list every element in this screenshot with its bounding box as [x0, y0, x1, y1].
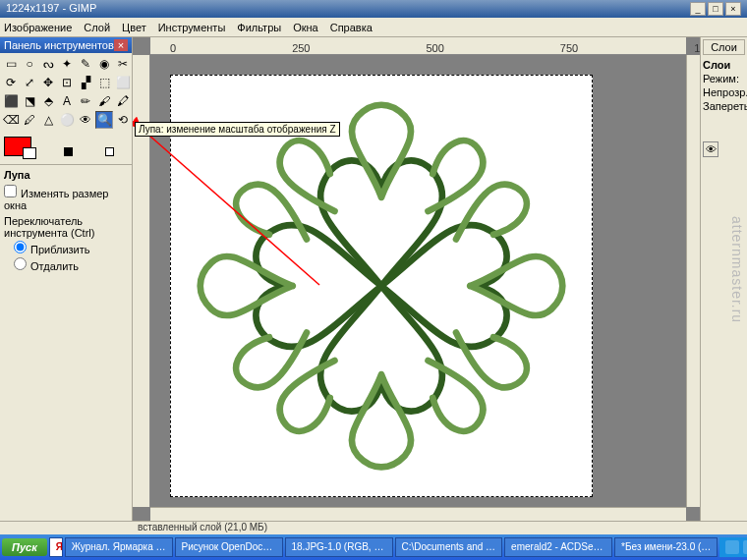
- menu-windows[interactable]: Окна: [293, 22, 318, 33]
- tool-switch-label: Переключатель инструмента (Ctrl): [4, 215, 128, 239]
- lock-label: Запереть:: [703, 100, 745, 112]
- close-button[interactable]: ×: [725, 2, 741, 16]
- taskbar-item-1[interactable]: Рисунок OpenDocu…: [175, 537, 283, 557]
- tool-15[interactable]: ⬔: [21, 92, 38, 110]
- menu-image[interactable]: Изображение: [4, 22, 72, 33]
- scrollbar-horizontal[interactable]: [150, 507, 686, 521]
- tool-20[interactable]: 🖍: [114, 92, 132, 110]
- mini-swatch-black[interactable]: [64, 147, 73, 156]
- tool-21[interactable]: ⌫: [2, 111, 20, 129]
- tool-6[interactable]: ✂: [114, 55, 132, 73]
- tool-options: Лупа Изменять размер окна Переключатель …: [0, 164, 132, 278]
- tool-grid: ▭○ᔓ✦✎◉✂⟳⤢✥⊡▞⬚⬜⬛⬔⬘A✏🖌🖍⌫🖊△⚪👁🔍⟲: [0, 53, 132, 131]
- maximize-button[interactable]: □: [708, 2, 723, 16]
- ornament-image: [195, 99, 568, 473]
- tool-3[interactable]: ✦: [58, 55, 76, 73]
- status-bar: вставленный слой (21,0 МБ): [0, 521, 747, 534]
- tool-13[interactable]: ⬜: [114, 74, 132, 91]
- tool-24[interactable]: ⚪: [58, 111, 76, 129]
- tool-19[interactable]: 🖌: [95, 92, 113, 110]
- tool-17[interactable]: A: [58, 92, 76, 110]
- taskbar-items: Журнал. Ярмарка …Рисунок OpenDocu…18.JPG…: [65, 537, 718, 557]
- tray-icon[interactable]: [725, 540, 739, 554]
- background-color[interactable]: [23, 147, 36, 159]
- app-title: 1224x1197 - GIMP: [6, 2, 96, 16]
- tool-12[interactable]: ⬚: [95, 74, 113, 91]
- ruler-mark: 0: [170, 42, 176, 54]
- menu-filters[interactable]: Фильтры: [237, 22, 281, 33]
- menu-tools[interactable]: Инструменты: [158, 22, 226, 33]
- tool-options-title: Лупа: [4, 169, 128, 181]
- ruler-mark: 750: [560, 42, 578, 54]
- quicklaunch-yandex-icon[interactable]: Я: [49, 537, 63, 557]
- menu-layer[interactable]: Слой: [84, 22, 110, 33]
- tray-icon[interactable]: [743, 540, 747, 554]
- tool-1[interactable]: ○: [21, 55, 38, 73]
- tool-2[interactable]: ᔓ: [39, 55, 57, 73]
- ruler-mark: 1000: [694, 42, 700, 54]
- tool-8[interactable]: ⤢: [21, 74, 38, 91]
- tool-11[interactable]: ▞: [77, 74, 94, 91]
- workspace: Панель инструментов × ▭○ᔓ✦✎◉✂⟳⤢✥⊡▞⬚⬜⬛⬔⬘A…: [0, 37, 747, 521]
- tool-5[interactable]: ◉: [95, 55, 113, 73]
- mini-swatch-white[interactable]: [105, 147, 114, 156]
- zoom-tooltip: Лупа: изменение масштаба отображения Z: [135, 122, 340, 137]
- minimize-button[interactable]: _: [690, 2, 706, 16]
- tool-26[interactable]: 🔍: [95, 111, 113, 129]
- tool-23[interactable]: △: [39, 111, 57, 129]
- toolbox-close-icon[interactable]: ×: [114, 39, 128, 51]
- tool-25[interactable]: 👁: [77, 111, 94, 129]
- tool-10[interactable]: ⊡: [58, 74, 76, 91]
- opacity-label: Непрозр.:: [703, 86, 745, 98]
- toolbox-title: Панель инструментов: [4, 39, 114, 51]
- tool-27[interactable]: ⟲: [114, 111, 132, 129]
- ruler-mark: 250: [292, 42, 310, 54]
- canvas-area: 025050075010001250 Лупа: изменение масшт…: [133, 37, 700, 521]
- image-canvas[interactable]: [170, 75, 593, 497]
- tool-16[interactable]: ⬘: [39, 92, 57, 110]
- tool-18[interactable]: ✏: [77, 92, 94, 110]
- menu-help[interactable]: Справка: [330, 22, 373, 33]
- zoom-out-radio[interactable]: Отдалить: [4, 257, 128, 272]
- taskbar-item-4[interactable]: emerald2 - ACDSee…: [504, 537, 612, 557]
- system-tray: 20:3: [719, 537, 747, 557]
- ruler-horizontal: 025050075010001250: [150, 37, 686, 55]
- app-title-bar: 1224x1197 - GIMP _ □ ×: [0, 0, 747, 18]
- taskbar-item-5[interactable]: *Без имени-23.0 (…: [614, 537, 718, 557]
- scrollbar-vertical[interactable]: [686, 55, 700, 507]
- menu-bar: Изображение Слой Цвет Инструменты Фильтр…: [0, 18, 747, 37]
- toolbox-title-bar: Панель инструментов ×: [0, 37, 132, 53]
- layers-tab[interactable]: Слои: [703, 39, 745, 55]
- ruler-mark: 500: [426, 42, 443, 54]
- taskbar-item-2[interactable]: 18.JPG-1.0 (RGB, 1…: [285, 537, 393, 557]
- taskbar-item-0[interactable]: Журнал. Ярмарка …: [65, 537, 173, 557]
- watermark: atternmaster.ru: [729, 216, 745, 323]
- layer-visibility-icon[interactable]: 👁: [703, 141, 718, 157]
- zoom-in-radio[interactable]: Приблизить: [4, 241, 128, 255]
- taskbar: Пуск Я Журнал. Ярмарка …Рисунок OpenDocu…: [0, 534, 747, 560]
- blend-mode-label: Режим:: [703, 73, 745, 84]
- start-button[interactable]: Пуск: [2, 538, 47, 556]
- tool-22[interactable]: 🖊: [21, 111, 38, 129]
- tool-9[interactable]: ✥: [39, 74, 57, 91]
- window-controls: _ □ ×: [690, 2, 741, 16]
- layers-header: Слои: [703, 59, 745, 71]
- menu-color[interactable]: Цвет: [122, 22, 146, 33]
- color-swatches: [4, 137, 128, 158]
- tool-14[interactable]: ⬛: [2, 92, 20, 110]
- tool-0[interactable]: ▭: [2, 55, 20, 73]
- taskbar-item-3[interactable]: C:\Documents and …: [395, 537, 503, 557]
- toolbox-panel: Панель инструментов × ▭○ᔓ✦✎◉✂⟳⤢✥⊡▞⬚⬜⬛⬔⬘A…: [0, 37, 133, 521]
- resize-window-checkbox[interactable]: Изменять размер окна: [4, 185, 128, 211]
- tool-7[interactable]: ⟳: [2, 74, 20, 91]
- foreground-color[interactable]: [4, 137, 31, 156]
- tool-4[interactable]: ✎: [77, 55, 94, 73]
